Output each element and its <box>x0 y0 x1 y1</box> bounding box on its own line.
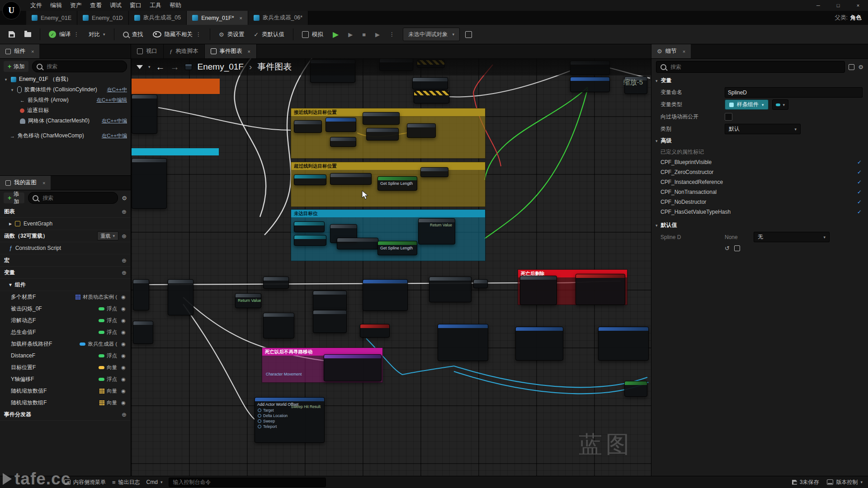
menu-tools[interactable]: 工具 <box>146 0 165 11</box>
graph-node-add-actor-world-offset[interactable]: Add Actor World Offset Target Delta Loca… <box>255 397 325 443</box>
graph-node[interactable] <box>473 279 488 288</box>
tab-spawner-05[interactable]: 敌兵生成器_05 <box>129 11 187 25</box>
maximize-button[interactable]: □ <box>828 0 848 11</box>
caret-down-icon[interactable]: ▾ <box>10 88 14 92</box>
pin-icon[interactable] <box>258 408 261 412</box>
tab-spawner-06[interactable]: 敌兵生成器_06* <box>248 11 308 25</box>
graph-node-disable-movement[interactable] <box>324 354 382 381</box>
pin-icon[interactable] <box>258 419 261 423</box>
variable-row[interactable]: Y轴偏移F 浮点 ◉ <box>0 373 131 385</box>
add-dispatcher-icon[interactable]: ⊕ <box>122 411 127 418</box>
check-icon[interactable]: ✓ <box>857 199 862 205</box>
expose-cinematics-checkbox[interactable] <box>725 113 732 121</box>
cpp-link[interactable]: 在C++中编辑 <box>96 97 127 103</box>
play-button[interactable]: ▶ <box>329 28 343 41</box>
check-icon[interactable]: ✓ <box>857 179 862 185</box>
section-default-value[interactable]: ▾ 默认值 <box>651 220 868 231</box>
variable-row[interactable]: DistanceF 浮点 ◉ <box>0 350 131 361</box>
section-advanced[interactable]: ▾ 高级 <box>651 135 868 146</box>
graph-node[interactable] <box>263 277 289 289</box>
minimize-button[interactable]: ─ <box>808 0 828 11</box>
my-blueprint-tab[interactable]: 我的蓝图 × <box>0 176 51 190</box>
tab-close-icon[interactable]: × <box>240 15 242 21</box>
graph-node[interactable] <box>337 238 378 249</box>
find-button[interactable]: 查找 <box>119 28 147 41</box>
construction-script-row[interactable]: ƒ Construction Script <box>0 242 131 254</box>
my-blueprint-search[interactable] <box>28 192 118 204</box>
graph-node-get-spline-length[interactable]: Get Spline Length <box>377 241 417 255</box>
caret-down-icon[interactable]: ▾ <box>4 77 8 82</box>
menu-edit[interactable]: 编辑 <box>46 0 66 11</box>
variable-row[interactable]: 随机缩放数值F 向量 ◉ <box>0 385 131 397</box>
graph-node[interactable] <box>313 291 347 311</box>
tree-row-arrow[interactable]: ← 箭头组件 (Arrow) 在C++中编辑 <box>0 95 131 105</box>
eye-icon[interactable]: ◉ <box>120 341 127 347</box>
graph-node[interactable] <box>330 173 372 185</box>
graph-node-return[interactable]: Return Value <box>235 293 261 308</box>
section-variable[interactable]: ▾ 变量 <box>651 75 868 86</box>
comment-strip-orange[interactable] <box>132 79 220 94</box>
variable-row[interactable]: 多个材质F 材质动态实例 ( ◉ <box>0 291 131 303</box>
graph-node[interactable] <box>515 327 563 361</box>
breadcrumb-current[interactable]: 事件图表 <box>257 61 292 73</box>
caret-down-icon[interactable]: ▾ <box>9 282 12 288</box>
debug-object-dropdown[interactable]: 未选中调试对象 ▾ <box>403 28 460 41</box>
gear-icon[interactable]: ⚙ <box>122 195 127 202</box>
graph-node[interactable]: Return Value <box>418 218 455 244</box>
graph-node[interactable] <box>407 123 436 138</box>
graph-node[interactable] <box>132 94 157 134</box>
add-macro-icon[interactable]: ⊕ <box>122 257 127 264</box>
category-dropdown[interactable]: 默认 ▾ <box>725 124 801 134</box>
graph-node[interactable] <box>366 128 399 141</box>
check-icon[interactable]: ✓ <box>857 159 862 165</box>
variable-row[interactable]: 随机缩放数组F 向量 ◉ <box>0 397 131 408</box>
source-control-button[interactable]: 版本控制 ▾ <box>827 479 863 486</box>
default-value-dropdown[interactable]: 无 ▾ <box>754 232 830 242</box>
add-function-icon[interactable]: ⊕ <box>122 233 127 239</box>
variable-row[interactable]: 目标位置F 向量 ◉ <box>0 361 131 373</box>
check-icon[interactable]: ✓ <box>857 209 862 215</box>
pin-icon[interactable] <box>258 425 261 428</box>
tree-row-mesh[interactable]: 网格体 (CharacterMesh0) 在C++中编 <box>0 116 131 126</box>
cpp-link[interactable]: 在C++中编 <box>102 117 127 124</box>
parent-class-link[interactable]: 角色 <box>850 14 862 22</box>
graph-node[interactable] <box>132 158 167 209</box>
diff-button[interactable]: 对比 ▾ <box>85 28 109 41</box>
frame-skip-button[interactable]: ▶ <box>344 28 357 41</box>
graph-node[interactable] <box>429 277 472 302</box>
play-options-button[interactable]: ⋮ <box>385 28 399 41</box>
section-variables[interactable]: 变量 ⊕ <box>0 267 131 279</box>
variable-row[interactable]: 溶解动态F 浮点 ◉ <box>0 314 131 326</box>
graph-canvas[interactable]: 接近线到达目标位置 超过线到达目标位置 未达目标位 死亡后删除 死亡以后不再寻路… <box>131 58 651 476</box>
container-type-dropdown[interactable]: ▾ <box>772 99 789 110</box>
graph-node[interactable] <box>294 235 326 246</box>
graph-node[interactable] <box>420 167 448 177</box>
eye-icon[interactable]: ◉ <box>120 388 127 394</box>
eye-icon[interactable]: ◉ <box>120 329 127 335</box>
eye-icon[interactable]: ◉ <box>120 318 127 324</box>
output-log-button[interactable]: ≡ 输出日志 <box>112 479 140 486</box>
tree-row-root[interactable]: ▾ Enemy_01F （自我） <box>0 74 131 84</box>
add-variable-icon[interactable]: ⊕ <box>122 269 127 276</box>
close-icon[interactable]: × <box>31 49 34 54</box>
components-tab[interactable]: 组件 × <box>0 44 39 58</box>
tab-viewport[interactable]: 视口 <box>131 44 164 58</box>
graph-node[interactable] <box>330 137 356 147</box>
override-dropdown[interactable]: 重载 ▾ <box>97 231 119 240</box>
details-tab[interactable]: ⚙ 细节 × <box>651 44 691 58</box>
close-icon[interactable]: × <box>248 49 250 54</box>
graph-node-sequence[interactable] <box>168 279 193 315</box>
pin-icon[interactable] <box>258 414 261 418</box>
graph-node[interactable] <box>294 221 325 232</box>
graph-node[interactable] <box>326 117 356 132</box>
caret-right-icon[interactable]: ▸ <box>9 221 12 227</box>
components-search-input[interactable] <box>46 63 123 70</box>
details-search-input[interactable] <box>670 63 840 70</box>
eye-icon[interactable]: ◉ <box>120 400 127 406</box>
filter-funnel-icon[interactable] <box>137 65 143 69</box>
compile-button[interactable]: ✓ 编译 ⋮ <box>45 28 83 41</box>
cpp-link[interactable]: 在C++中 <box>107 86 127 93</box>
variable-type-dropdown[interactable]: 样条组件 ▾ <box>725 99 769 110</box>
graph-node[interactable] <box>363 112 400 125</box>
menu-debug[interactable]: 调试 <box>106 0 126 11</box>
